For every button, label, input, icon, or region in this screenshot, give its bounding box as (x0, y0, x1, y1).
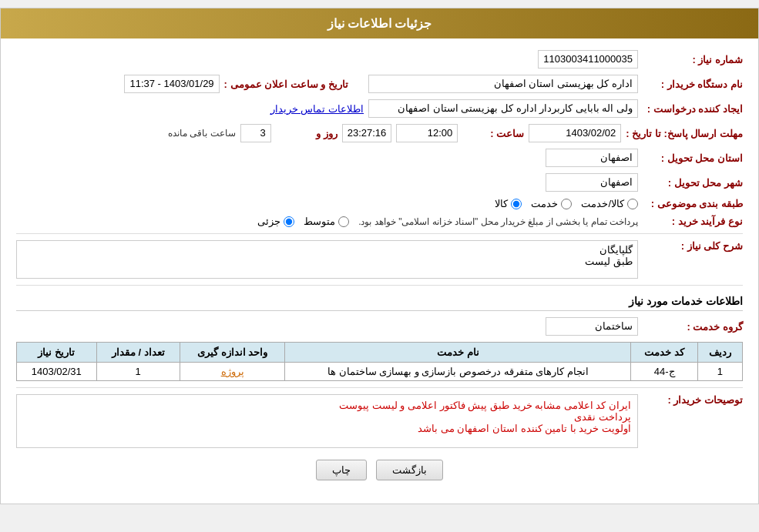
table-row: 1 ج-44 انجام کارهای متفرقه درخصوص بازساز… (17, 363, 743, 381)
chap-button[interactable]: چاپ (316, 460, 367, 480)
header-title: جزئیات اطلاعات نیاز (327, 17, 432, 30)
farayand-radio-group: پرداخت تمام یا بخشی از مبلغ خریدار محل "… (257, 216, 638, 227)
tarikh-label: تاریخ و ساعت اعلان عمومی : (224, 79, 348, 90)
mohlat-countdown: 23:27:16 (342, 124, 392, 142)
ostan-label: استان محل تحویل : (643, 152, 743, 164)
mohlat-rooz-value: 3 (240, 124, 271, 142)
grooh-value: ساختمان (546, 317, 638, 336)
radio-kala-item[interactable]: کالا (495, 198, 522, 209)
col-tarikh: تاریخ نیاز (17, 343, 97, 363)
col-vahed: واحد اندازه گیری (180, 343, 285, 363)
tawzih-line2: پرداخت نقدی (23, 411, 631, 423)
radio-motovaset-label: متوسط (304, 216, 335, 227)
cell-tarikh: 1403/02/31 (17, 363, 97, 381)
mohlat-saat-value: 12:00 (396, 124, 458, 142)
col-naam: نام خدمت (285, 343, 631, 363)
name-dastgah-label: نام دستگاه خریدار : (643, 79, 743, 90)
radio-jozii-label: جزئی (257, 216, 280, 227)
divider-1 (16, 233, 743, 234)
tawzih-label: توصیحات خریدار : (643, 394, 743, 406)
service-section-title: اطلاعات خدمات مورد نیاز (16, 295, 743, 311)
sharh-line2: طبق لیست (22, 256, 633, 267)
page-header: جزئیات اطلاعات نیاز (1, 8, 758, 38)
cell-naam: انجام کارهای متفرقه درخصوص بازسازی و بهس… (285, 363, 631, 381)
radio-motovaset-item[interactable]: متوسط (304, 216, 349, 227)
divider-2 (16, 285, 743, 286)
farayand-note: پرداخت تمام یا بخشی از مبلغ خریدار محل "… (358, 216, 638, 227)
mohlat-date: 1403/02/02 (529, 124, 621, 142)
mohlat-baqi-label: ساعت باقی مانده (168, 128, 236, 139)
radio-jozii[interactable] (284, 216, 294, 227)
cell-vahed[interactable]: پروژه (180, 363, 285, 381)
radio-khedmat-label: خدمت (531, 198, 558, 209)
tarikh-value: 1403/01/29 - 11:37 (124, 75, 219, 93)
mohlat-rooz-label: روز و (276, 128, 338, 139)
tabagheh-radio-group: کالا/خدمت خدمت کالا (495, 198, 638, 209)
shomare-niaz-value: 1103003411000035 (538, 50, 638, 69)
tawzih-value: ایران کد اعلامی مشابه خرید طبق پیش فاکتو… (16, 394, 638, 448)
mohlat-saat-label: ساعت : (462, 128, 524, 139)
divider-3 (16, 387, 743, 388)
ejad-value: ولی اله بابایی کاربردار اداره کل بهزیستی… (368, 99, 638, 118)
radio-kala[interactable] (511, 199, 522, 209)
info-tamaas-link[interactable]: اطلاعات تماس خریدار (270, 103, 364, 115)
radio-kala-khedmat[interactable] (627, 199, 638, 209)
cell-radif: 1 (697, 363, 742, 381)
radio-khedmat-item[interactable]: خدمت (531, 198, 572, 209)
tawzih-line1: ایران کد اعلامی مشابه خرید طبق پیش فاکتو… (23, 400, 631, 411)
sharh-line1: گلپایگان (22, 244, 633, 256)
shahr-value: اصفهان (546, 173, 638, 192)
radio-motovaset[interactable] (338, 216, 349, 227)
name-dastgah-value: اداره کل بهزیستی استان اصفهان (368, 75, 638, 93)
services-table: ردیف کد خدمت نام خدمت واحد اندازه گیری ت… (16, 342, 743, 381)
bazgasht-button[interactable]: بازگشت (376, 460, 443, 480)
shahr-label: شهر محل تحویل : (643, 177, 743, 189)
col-kod: کد خدمت (631, 343, 698, 363)
radio-khedmat[interactable] (561, 199, 572, 209)
mohlat-label: مهلت ارسال پاسخ: تا تاریخ : (626, 128, 743, 139)
radio-kala-label: کالا (495, 198, 508, 209)
sharh-label: شرح کلی نیاز : (643, 240, 743, 252)
radio-jozii-item[interactable]: جزئی (257, 216, 294, 227)
col-tedad: تعداد / مقدار (96, 343, 180, 363)
cell-kod: ج-44 (631, 363, 698, 381)
cell-tedad: 1 (96, 363, 180, 381)
sharh-value: گلپایگان طبق لیست (16, 240, 638, 279)
radio-kala-khedmat-item[interactable]: کالا/خدمت (581, 198, 638, 209)
radio-kala-khedmat-label: کالا/خدمت (581, 198, 624, 209)
col-radif: ردیف (697, 343, 742, 363)
tabagheh-label: طبقه بندی موضوعی : (643, 198, 743, 209)
tawzih-line3: اولویت خرید با تامین کننده استان اصفهان … (23, 423, 631, 434)
button-group: بازگشت چاپ (16, 460, 743, 492)
ejad-label: ایجاد کننده درخواست : (643, 103, 743, 115)
shomare-niaz-label: شماره نیاز : (643, 54, 743, 65)
grooh-label: گروه خدمت : (643, 321, 743, 333)
ostan-value: اصفهان (546, 149, 638, 167)
no-farayand-label: نوع فرآیند خرید : (643, 216, 743, 227)
